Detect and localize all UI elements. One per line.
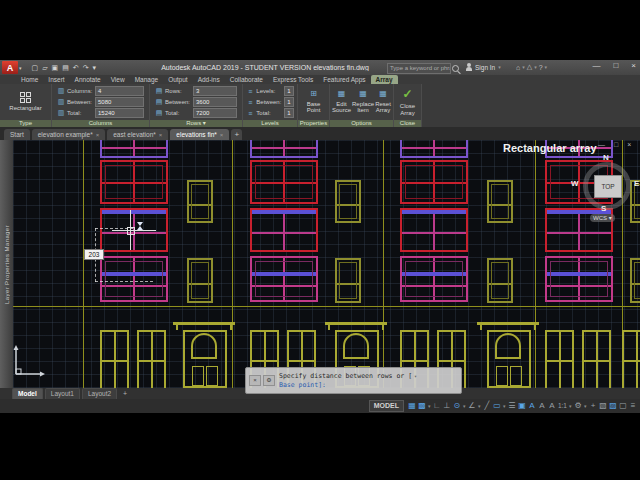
sign-in-button[interactable]: Sign In ▾ [466, 63, 501, 71]
reset-array-button[interactable]: ▦Reset Array [375, 90, 391, 114]
workspace-gear-icon[interactable]: ⚙ [574, 400, 582, 412]
command-customize-button[interactable]: ⚙ [263, 375, 275, 386]
new-file-icon[interactable]: ▢ [32, 61, 39, 74]
osnap-tracking-icon-caret[interactable]: ▾ [478, 403, 481, 409]
drawing-tab-elevations-fin-[interactable]: elevations fin*× [170, 129, 229, 140]
snap-icon-caret[interactable]: ▾ [428, 403, 431, 409]
search-input[interactable]: Type a keyword or phrase [387, 63, 451, 74]
ribbon-tab-collaborate[interactable]: Collaborate [225, 75, 268, 84]
object-snap-icon-caret[interactable]: ▾ [503, 403, 506, 409]
field-input[interactable]: 1 [284, 108, 293, 118]
viewcube-north[interactable]: N [603, 153, 609, 162]
customization-menu-icon[interactable]: ≡ [629, 400, 637, 412]
ribbon-tab-view[interactable]: View [106, 75, 130, 84]
drawing-tab-east-elevation-[interactable]: east elevation*× [107, 129, 168, 140]
close-button[interactable]: × [631, 61, 636, 70]
tab-close-icon[interactable]: × [96, 132, 100, 138]
layout-tab-model[interactable]: Model [12, 388, 43, 399]
command-line-window[interactable]: × ⚙ Specify distance between rows or [▾ … [245, 367, 462, 394]
autoscale-icon[interactable]: A [538, 400, 546, 412]
notifications-icon[interactable]: △ [527, 63, 532, 71]
command-close-button[interactable]: × [249, 375, 261, 386]
drawing-restore-button[interactable]: □ [614, 141, 618, 148]
viewcube-wcs-menu[interactable]: WCS ▾ [590, 214, 615, 222]
drawing-canvas[interactable]: Layer Properties Manager Rectangular arr… [0, 140, 640, 388]
polar-tracking-icon[interactable]: ⊥ [443, 400, 451, 412]
layout-tab-layout2[interactable]: Layout2 [82, 388, 117, 399]
drawing-close-button[interactable]: × [627, 141, 631, 148]
annotation-monitor-icon[interactable]: + [589, 400, 597, 412]
tab-close-icon[interactable]: × [159, 132, 163, 138]
snap-icon[interactable]: ▩ [418, 400, 426, 412]
viewcube-top-face[interactable]: TOP [594, 175, 622, 198]
command-recent-caret-icon[interactable]: ▾ [414, 373, 417, 379]
field-input[interactable]: 1 [284, 86, 293, 96]
new-drawing-tab-button[interactable]: + [231, 129, 242, 140]
transparency-icon[interactable]: ☰ [508, 400, 516, 412]
scale-value[interactable]: 1:1 [558, 400, 567, 412]
redo-icon[interactable]: ↷ [83, 61, 89, 74]
application-menu-button[interactable]: A [2, 61, 18, 74]
ribbon-tab-add-ins[interactable]: Add-ins [193, 75, 225, 84]
drawing-minimize-button[interactable]: — [598, 141, 605, 148]
field-input[interactable]: 15240 [95, 108, 144, 118]
dynamic-input-field[interactable]: 203 [84, 249, 104, 260]
undo-icon[interactable]: ↶ [73, 61, 79, 74]
field-input[interactable]: 3 [193, 86, 237, 96]
close-array-button[interactable]: ✓Close Array [398, 88, 418, 116]
isodraft-icon-caret[interactable]: ▾ [463, 403, 466, 409]
autodesk-home-icon[interactable]: ⌂ [516, 64, 520, 71]
command-prompt-option[interactable]: Base point]: [279, 381, 417, 390]
qat-dropdown-icon[interactable]: ▾ [93, 61, 97, 74]
ribbon-tab-home[interactable]: Home [16, 75, 43, 84]
quick-properties-icon[interactable]: ▧ [599, 400, 607, 412]
open-file-icon[interactable]: ▱ [42, 61, 47, 74]
viewcube-west[interactable]: W [571, 179, 579, 188]
ortho-icon[interactable]: ∟ [433, 400, 441, 412]
model-space-button[interactable]: MODEL [369, 400, 404, 412]
field-input[interactable]: 3600 [193, 97, 237, 107]
scale-value-caret[interactable]: ▾ [569, 403, 572, 409]
grid-icon[interactable]: ▦ [408, 400, 416, 412]
ribbon-tab-array[interactable]: Array [371, 75, 398, 84]
help-icon[interactable]: ? [539, 64, 543, 71]
ribbon-tab-output[interactable]: Output [163, 75, 193, 84]
osnap-tracking-icon[interactable]: ∠ [468, 400, 476, 412]
drawing-tab-start[interactable]: Start [4, 129, 30, 140]
ribbon-tab-manage[interactable]: Manage [130, 75, 164, 84]
base-point-button[interactable]: ⊞Base Point [304, 90, 324, 114]
minimize-button[interactable]: — [592, 61, 600, 70]
new-layout-tab-button[interactable]: + [119, 389, 131, 399]
plot-icon[interactable]: ▤ [62, 61, 69, 74]
object-snap-icon[interactable]: ▭ [493, 400, 501, 412]
field-input[interactable]: 1 [284, 97, 293, 107]
rectangular-type-button[interactable]: Rectangular [9, 92, 41, 112]
field-input[interactable]: 5080 [95, 97, 144, 107]
replace-item-button[interactable]: ▦Replace Item [353, 90, 373, 114]
viewcube-east[interactable]: E [634, 179, 639, 188]
ribbon-tab-insert[interactable]: Insert [43, 75, 69, 84]
graphics-performance-icon[interactable]: ▨ [609, 400, 617, 412]
drawing-tab-elevation-example-[interactable]: elevation example*× [32, 129, 105, 140]
annotation-scale-icon[interactable]: A [548, 400, 556, 412]
annotation-visibility-icon[interactable]: A [528, 400, 536, 412]
tab-close-icon[interactable]: × [220, 132, 224, 138]
dynamic-input-icon[interactable]: ▣ [518, 400, 526, 412]
ribbon-tab-annotate[interactable]: Annotate [70, 75, 106, 84]
application-menu-caret-icon[interactable]: ▾ [19, 65, 22, 71]
clean-screen-icon[interactable]: ▢ [619, 400, 627, 412]
field-input[interactable]: 4 [95, 86, 144, 96]
field-input[interactable]: 7200 [193, 108, 237, 118]
save-icon[interactable]: ▣ [52, 61, 59, 74]
workspace-gear-icon-caret[interactable]: ▾ [584, 403, 587, 409]
search-icon[interactable] [452, 65, 459, 72]
layout-tab-layout1[interactable]: Layout1 [45, 388, 80, 399]
viewcube-south[interactable]: S [601, 204, 606, 213]
panel-rows-label[interactable]: Rows ▾ [150, 120, 242, 127]
maximize-button[interactable]: □ [613, 61, 618, 70]
ribbon-tab-express-tools[interactable]: Express Tools [268, 75, 318, 84]
edit-source-button[interactable]: ▦Edit Source [332, 90, 351, 114]
lineweight-icon[interactable]: ╱ [483, 400, 491, 412]
ribbon-tab-featured-apps[interactable]: Featured Apps [318, 75, 370, 84]
isodraft-icon[interactable]: ⊙ [453, 400, 461, 412]
